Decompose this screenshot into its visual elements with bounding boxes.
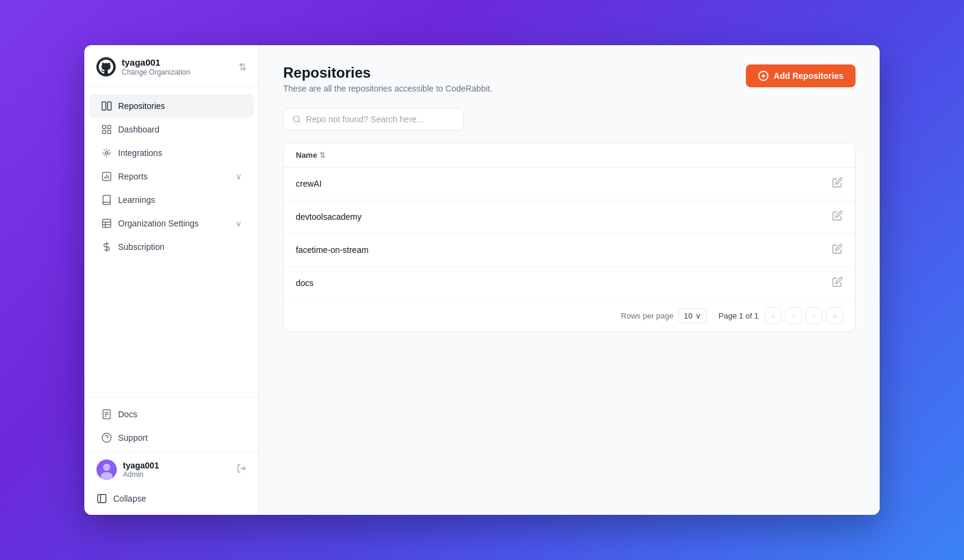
table-row: crewAI [284, 167, 855, 201]
svg-rect-2 [108, 102, 111, 110]
github-logo-icon [96, 57, 116, 76]
rows-per-page: Rows per page 10 ∨ [621, 308, 707, 323]
subscription-icon [101, 241, 112, 252]
sidebar-subscription-label: Subscription [118, 242, 164, 252]
svg-point-7 [105, 152, 108, 155]
sidebar-nav: Repositories Dashboard Integrations [84, 87, 258, 397]
reports-chevron-icon: ∨ [236, 172, 242, 181]
table-row: docs [284, 267, 855, 300]
page-header: Repositories These are all the repositor… [283, 64, 856, 93]
user-profile[interactable]: tyaga001 Admin [84, 452, 258, 487]
edit-icon-docs[interactable] [832, 276, 843, 290]
sidebar-item-integrations[interactable]: Integrations [89, 142, 254, 164]
sort-icon: ⇅ [319, 151, 325, 160]
learnings-icon [101, 194, 112, 205]
sidebar-item-repositories[interactable]: Repositories [89, 95, 254, 117]
sidebar-reports-label: Reports [118, 172, 148, 181]
edit-icon-facetime[interactable] [832, 243, 843, 257]
sidebar-item-support[interactable]: Support [89, 426, 254, 449]
sidebar: tyaga001 Change Organization ⇅ Repositor… [84, 45, 259, 515]
edit-icon-crewai[interactable] [832, 177, 843, 190]
dashboard-icon [101, 124, 112, 135]
sidebar-item-reports[interactable]: Reports ∨ [89, 165, 254, 188]
org-name: tyaga001 [122, 57, 190, 68]
org-switcher-icon[interactable]: ⇅ [239, 61, 246, 73]
sidebar-learnings-label: Learnings [118, 195, 155, 205]
search-icon [292, 114, 301, 124]
sidebar-org-settings-label: Organization Settings [118, 219, 199, 228]
pagination: Page 1 of 1 « ‹ › » [716, 307, 844, 324]
rows-per-page-select[interactable]: 10 ∨ [678, 308, 706, 323]
rows-select-chevron-icon: ∨ [695, 311, 701, 320]
next-page-button[interactable]: › [806, 307, 822, 324]
org-change-label: Change Organization [122, 68, 190, 76]
table-row: facetime-on-stream [284, 234, 855, 267]
svg-point-24 [103, 464, 110, 471]
sidebar-collapse[interactable]: Collapse [84, 487, 258, 510]
sidebar-header: tyaga001 Change Organization ⇅ [84, 45, 258, 87]
svg-rect-5 [102, 131, 105, 134]
prev-page-button[interactable]: ‹ [785, 307, 802, 324]
sidebar-item-subscription[interactable]: Subscription [89, 235, 254, 258]
svg-rect-27 [98, 494, 106, 503]
page-title: Repositories [283, 64, 492, 81]
search-bar [283, 108, 464, 131]
svg-point-32 [293, 116, 299, 122]
table-footer: Rows per page 10 ∨ Page 1 of 1 « ‹ › » [284, 300, 855, 331]
page-info: Page 1 of 1 [719, 311, 759, 320]
sidebar-item-docs[interactable]: Docs [89, 403, 254, 426]
sidebar-item-org-settings[interactable]: Organization Settings ∨ [89, 212, 254, 235]
main-content: Repositories These are all the repositor… [259, 45, 880, 515]
support-icon [101, 432, 112, 443]
sidebar-support-label: Support [118, 433, 148, 443]
user-role: Admin [123, 470, 231, 479]
collapse-icon [96, 493, 107, 504]
repo-name-facetime: facetime-on-stream [296, 245, 369, 255]
table-header: Name ⇅ [284, 143, 855, 167]
docs-icon [101, 409, 112, 420]
user-name: tyaga001 [123, 461, 231, 470]
repositories-table: Name ⇅ crewAI devtoolsacademy [283, 143, 856, 332]
search-input[interactable] [306, 114, 455, 124]
repo-name-docs: docs [296, 278, 314, 288]
add-button-label: Add Repositories [774, 71, 844, 81]
repo-name-crewai: crewAI [296, 179, 322, 188]
org-settings-icon [101, 218, 112, 229]
sidebar-integrations-label: Integrations [118, 148, 162, 158]
svg-rect-6 [108, 131, 111, 134]
sidebar-bottom: Docs Support [84, 397, 258, 515]
collapse-label: Collapse [113, 494, 146, 503]
sidebar-repositories-label: Repositories [118, 101, 165, 111]
sidebar-item-learnings[interactable]: Learnings [89, 188, 254, 211]
svg-rect-1 [102, 102, 106, 110]
org-settings-chevron-icon: ∨ [236, 219, 242, 228]
svg-rect-4 [108, 125, 111, 128]
page-subtitle: These are all the repositories accessibl… [283, 84, 492, 93]
first-page-button[interactable]: « [765, 307, 781, 324]
repositories-icon [101, 101, 112, 111]
reports-icon [101, 171, 112, 182]
svg-line-33 [298, 121, 300, 123]
table-row: devtoolsacademy [284, 201, 855, 234]
repo-name-devtoolsacademy: devtoolsacademy [296, 212, 362, 222]
app-container: tyaga001 Change Organization ⇅ Repositor… [84, 45, 880, 515]
svg-rect-3 [102, 125, 105, 128]
sidebar-docs-label: Docs [118, 409, 137, 419]
add-repositories-button[interactable]: Add Repositories [746, 64, 856, 87]
last-page-button[interactable]: » [826, 307, 843, 324]
add-icon [758, 70, 769, 81]
name-column-header[interactable]: Name ⇅ [296, 151, 325, 160]
logout-icon[interactable] [237, 464, 246, 476]
user-avatar [96, 459, 117, 480]
org-info[interactable]: tyaga001 Change Organization [96, 57, 190, 76]
edit-icon-devtoolsacademy[interactable] [832, 210, 843, 223]
integrations-icon [101, 148, 112, 158]
sidebar-dashboard-label: Dashboard [118, 125, 160, 134]
svg-rect-12 [102, 219, 111, 228]
sidebar-item-dashboard[interactable]: Dashboard [89, 118, 254, 141]
